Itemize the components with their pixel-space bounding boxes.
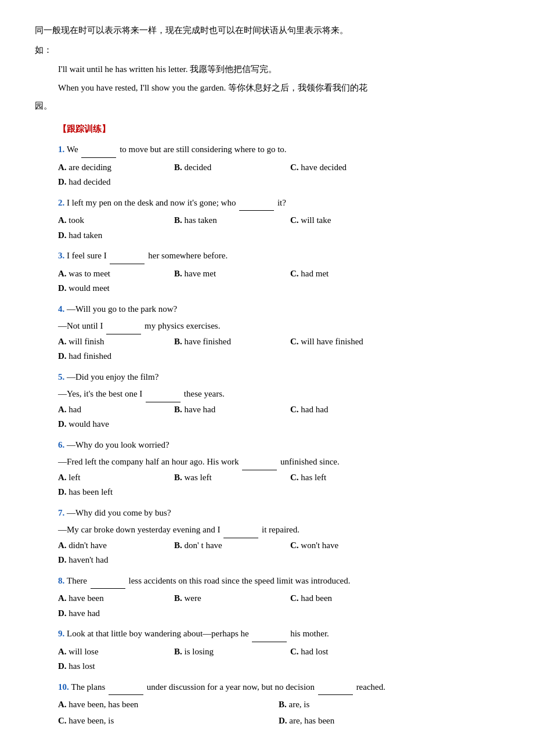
options-line-1: A. are decidingB. decidedC. have decided… xyxy=(58,160,499,190)
option-6-2: C. has left xyxy=(290,470,400,485)
option-5-0: A. had xyxy=(58,402,168,417)
question-number-5: 5. xyxy=(58,372,67,381)
options-line-9: A. will loseB. is losingC. had lostD. ha… xyxy=(58,645,499,674)
question-line-7: 7. —Why did you come by bus? xyxy=(58,506,499,521)
question-9: 9. Look at that little boy wandering abo… xyxy=(58,627,499,674)
options-row1-10: A. have been, has beenB. are, is xyxy=(58,697,499,712)
option-4-1: B. have finished xyxy=(174,334,284,350)
option-4-3: D. had finished xyxy=(58,349,168,364)
options-line-4: A. will finishB. have finishedC. will ha… xyxy=(58,334,499,364)
option-9-2: C. had lost xyxy=(290,645,400,660)
blank xyxy=(146,387,181,402)
question-number-9: 9. xyxy=(58,629,67,638)
option-3-2: C. had met xyxy=(290,267,400,282)
question-number-2: 2. xyxy=(58,198,67,207)
question-2: 2. I left my pen on the desk and now it'… xyxy=(58,196,499,243)
options-line-2: A. tookB. has takenC. will takeD. had ta… xyxy=(58,213,499,243)
option-1-0: A. are deciding xyxy=(58,160,168,175)
question-4: 4. —Will you go to the park now?—Not unt… xyxy=(58,302,499,364)
option-5-2: C. had had xyxy=(290,402,400,417)
blank xyxy=(223,523,258,538)
question-line-3: 3. I feel sure I her somewhere before. xyxy=(58,249,499,264)
question-1: 1. We to move but are still considering … xyxy=(58,142,499,190)
option-letter: A. xyxy=(58,269,67,278)
options-row2-10: C. have been, isD. are, has been xyxy=(58,714,499,729)
question-line-6: 6. —Why do you look worried? xyxy=(58,438,499,453)
question-number-7: 7. xyxy=(58,508,67,517)
sub-question-5: —Yes, it's the best one I these years. xyxy=(58,387,499,402)
option-3-0: A. was to meet xyxy=(58,267,168,282)
option-9-1: B. is losing xyxy=(174,645,284,660)
option-7-2: C. won't have xyxy=(290,538,400,553)
questions-container: 1. We to move but are still considering … xyxy=(35,142,499,728)
question-line-10: 10. The plans under discussion for a yea… xyxy=(58,680,499,696)
option-2-3: D. had taken xyxy=(58,228,168,243)
option-7-3: D. haven't had xyxy=(58,553,168,568)
option-letter: B. xyxy=(174,593,182,603)
options-line-7: A. didn't haveB. don' t haveC. won't hav… xyxy=(58,538,499,568)
question-line-8: 8. There less accidents on this road sin… xyxy=(58,574,499,589)
option-3-1: B. have met xyxy=(174,267,284,282)
question-line-2: 2. I left my pen on the desk and now it'… xyxy=(58,196,499,211)
option-1-2: C. have decided xyxy=(290,160,400,175)
sub-question-4: —Not until I my physics exercises. xyxy=(58,319,499,334)
option-letter: C. xyxy=(290,337,299,346)
blank xyxy=(239,196,274,211)
option-5-1: B. have had xyxy=(174,402,284,417)
option-letter: B. xyxy=(174,541,182,550)
option-letter: D. xyxy=(58,231,67,240)
intro-prefix: 如： xyxy=(35,43,499,58)
blank xyxy=(242,455,277,470)
option-letter: D. xyxy=(58,177,67,186)
option-letter: B. xyxy=(174,647,182,656)
option-8-2: C. had been xyxy=(290,591,400,606)
option-1-1: B. decided xyxy=(174,160,284,175)
option-8-1: B. were xyxy=(174,591,284,606)
options-line-5: A. hadB. have hadC. had hadD. would have xyxy=(58,402,499,432)
option-2-0: A. took xyxy=(58,213,168,228)
option-5-3: D. would have xyxy=(58,417,168,432)
option-7-1: B. don' t have xyxy=(174,538,284,553)
option-letter: C. xyxy=(290,593,299,603)
option-letter: A. xyxy=(58,163,67,172)
option-letter: A. xyxy=(58,593,67,603)
blank xyxy=(109,680,143,696)
option-1-3: D. had decided xyxy=(58,175,168,190)
options-line-6: A. leftB. was leftC. has leftD. has been… xyxy=(58,470,499,500)
example1: I'll wait until he has written his lette… xyxy=(58,62,499,77)
option-letter: C. xyxy=(290,163,299,172)
option-letter: D. xyxy=(58,283,67,293)
option-4-0: A. will finish xyxy=(58,334,168,350)
option-letter: C. xyxy=(290,215,299,225)
option-letter: D. xyxy=(58,487,67,496)
question-line-9: 9. Look at that little boy wandering abo… xyxy=(58,627,499,642)
option-7-0: A. didn't have xyxy=(58,538,168,553)
option-6-3: D. has been left xyxy=(58,485,168,500)
intro-line1: 同一般现在时可以表示将来一样，现在完成时也可以在时间状语从句里表示将来。 xyxy=(35,23,499,38)
blank xyxy=(110,249,145,264)
sub-question-7: —My car broke down yesterday evening and… xyxy=(58,523,499,538)
options-line-3: A. was to meetB. have metC. had metD. wo… xyxy=(58,267,499,296)
option-10-0: A. have been, has been xyxy=(58,697,279,712)
example2-line1: When you have rested, I'll show you the … xyxy=(58,81,499,96)
option-4-2: C. will have finished xyxy=(290,334,400,350)
blank xyxy=(91,574,125,589)
blank xyxy=(106,319,141,334)
option-letter: C. xyxy=(290,541,299,550)
option-letter: C. xyxy=(290,405,299,414)
option-letter: C. xyxy=(290,269,299,278)
option-letter: D. xyxy=(279,716,287,725)
option-letter: A. xyxy=(58,647,67,656)
option-letter: D. xyxy=(58,661,67,671)
example2-line2: 园。 xyxy=(35,99,499,114)
option-letter: A. xyxy=(58,215,67,225)
option-9-3: D. has lost xyxy=(58,659,168,674)
question-5: 5. —Did you enjoy the film?—Yes, it's th… xyxy=(58,370,499,432)
option-letter: B. xyxy=(174,215,182,225)
sub-question-6: —Fred left the company half an hour ago.… xyxy=(58,455,499,470)
question-8: 8. There less accidents on this road sin… xyxy=(58,574,499,621)
option-letter: B. xyxy=(174,269,182,278)
option-6-1: B. was left xyxy=(174,470,284,485)
option-letter: A. xyxy=(58,700,67,709)
section-title: 【跟踪训练】 xyxy=(58,122,499,137)
